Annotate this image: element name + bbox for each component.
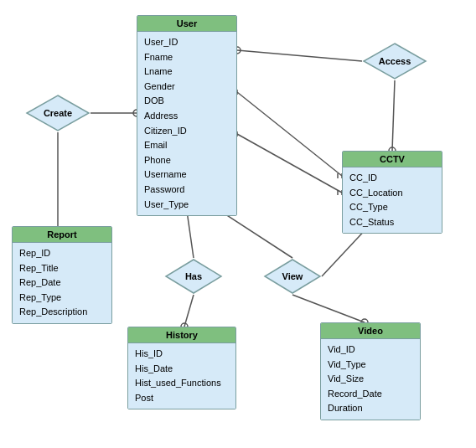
user-field-8: Email bbox=[144, 138, 230, 153]
user-field-5: DOB bbox=[144, 94, 230, 109]
report-entity-header: Report bbox=[13, 227, 111, 243]
history-entity-header: History bbox=[128, 327, 235, 343]
user-entity-header: User bbox=[137, 16, 236, 32]
has-diamond-label: Has bbox=[185, 271, 202, 281]
create-diamond: Create bbox=[25, 94, 91, 132]
view-diamond: View bbox=[263, 258, 322, 295]
svg-line-10 bbox=[237, 92, 342, 176]
svg-line-25 bbox=[292, 295, 365, 322]
video-field-4: Record_Date bbox=[328, 387, 413, 402]
has-diamond: Has bbox=[164, 258, 223, 295]
video-field-2: Vid_Type bbox=[328, 358, 413, 373]
user-entity-body: User_ID Fname Lname Gender DOB Address C… bbox=[137, 32, 236, 215]
video-field-1: Vid_ID bbox=[328, 342, 413, 358]
history-field-4: Post bbox=[135, 391, 229, 406]
svg-line-24 bbox=[220, 211, 292, 258]
report-field-4: Rep_Type bbox=[19, 291, 105, 306]
cctv-field-4: CC_Status bbox=[349, 215, 435, 230]
access-diamond: Access bbox=[362, 42, 427, 80]
video-entity-body: Vid_ID Vid_Type Vid_Size Record_Date Dur… bbox=[321, 339, 420, 420]
video-entity-header: Video bbox=[321, 323, 420, 339]
cctv-field-3: CC_Type bbox=[349, 200, 435, 215]
report-entity: Report Rep_ID Rep_Title Rep_Date Rep_Typ… bbox=[12, 226, 112, 324]
view-diamond-label: View bbox=[282, 271, 303, 281]
history-entity-body: His_ID His_Date Hist_used_Functions Post bbox=[128, 343, 235, 409]
svg-line-20 bbox=[187, 211, 194, 258]
history-entity: History His_ID His_Date Hist_used_Functi… bbox=[127, 327, 236, 409]
erd-diagram: User User_ID Fname Lname Gender DOB Addr… bbox=[0, 0, 476, 448]
user-field-7: Citizen_ID bbox=[144, 124, 230, 139]
video-field-3: Vid_Size bbox=[328, 372, 413, 387]
user-field-6: Address bbox=[144, 109, 230, 124]
cctv-entity-header: CCTV bbox=[343, 152, 442, 167]
user-entity: User User_ID Fname Lname Gender DOB Addr… bbox=[137, 15, 237, 216]
report-field-2: Rep_Title bbox=[19, 261, 105, 276]
svg-line-6 bbox=[237, 50, 362, 61]
user-field-9: Phone bbox=[144, 153, 230, 168]
video-field-5: Duration bbox=[328, 401, 413, 416]
create-diamond-label: Create bbox=[44, 108, 72, 118]
user-field-2: Fname bbox=[144, 50, 230, 65]
svg-line-15 bbox=[237, 134, 342, 193]
cctv-field-2: CC_Location bbox=[349, 186, 435, 201]
svg-line-8 bbox=[392, 80, 395, 151]
user-field-12: User_Type bbox=[144, 198, 230, 213]
cctv-field-1: CC_ID bbox=[349, 171, 435, 186]
report-field-1: Rep_ID bbox=[19, 246, 105, 261]
report-entity-body: Rep_ID Rep_Title Rep_Date Rep_Type Rep_D… bbox=[13, 243, 111, 323]
svg-line-22 bbox=[184, 295, 194, 327]
user-field-3: Lname bbox=[144, 64, 230, 80]
report-field-5: Rep_Description bbox=[19, 305, 105, 320]
history-field-3: Hist_used_Functions bbox=[135, 376, 229, 391]
video-entity: Video Vid_ID Vid_Type Vid_Size Record_Da… bbox=[320, 322, 421, 420]
cctv-entity-body: CC_ID CC_Location CC_Type CC_Status bbox=[343, 167, 442, 233]
history-field-2: His_Date bbox=[135, 362, 229, 377]
history-field-1: His_ID bbox=[135, 347, 229, 362]
access-diamond-label: Access bbox=[379, 56, 411, 66]
cctv-entity: CCTV CC_ID CC_Location CC_Type CC_Status bbox=[342, 151, 442, 234]
report-field-3: Rep_Date bbox=[19, 275, 105, 291]
user-field-11: Password bbox=[144, 183, 230, 198]
user-field-10: Username bbox=[144, 167, 230, 183]
user-field-1: User_ID bbox=[144, 35, 230, 50]
user-field-4: Gender bbox=[144, 80, 230, 95]
